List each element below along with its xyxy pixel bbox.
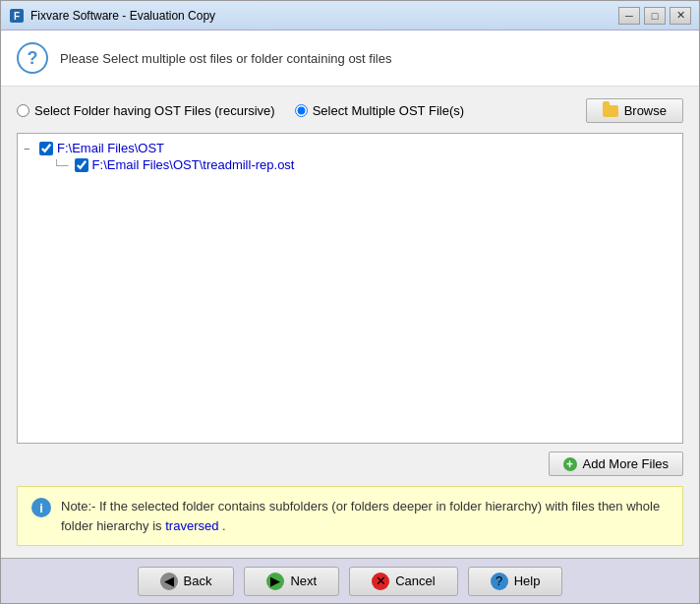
maximize-button[interactable]: □ [644, 7, 666, 25]
tree-expander-icon[interactable]: − [24, 143, 35, 154]
footer: ◀ Back ▶ Next ✕ Cancel ? Help [1, 558, 699, 603]
add-more-label: Add More Files [583, 456, 669, 471]
tree-root-path[interactable]: F:\Email Files\OST [57, 141, 164, 155]
tree-connector-icon: └─ [53, 159, 69, 171]
browse-button[interactable]: Browse [586, 98, 683, 123]
title-bar: F Fixvare Software - Evaluation Copy ─ □… [1, 1, 699, 30]
folder-icon [603, 105, 618, 117]
add-more-files-button[interactable]: + Add More Files [549, 452, 683, 476]
radio-files-option[interactable]: Select Multiple OST File(s) [295, 103, 464, 118]
back-label: Back [184, 574, 212, 588]
svg-text:F: F [14, 11, 20, 22]
main-window: F Fixvare Software - Evaluation Copy ─ □… [0, 0, 700, 604]
tree-child-checkbox[interactable] [75, 158, 88, 172]
next-icon: ▶ [266, 573, 284, 590]
header-message: Please Select multiple ost files or fold… [60, 51, 391, 66]
help-button[interactable]: ? Help [468, 567, 563, 596]
radio-folder-input[interactable] [17, 104, 29, 117]
add-icon: + [563, 457, 577, 471]
browse-label: Browse [624, 103, 667, 118]
tree-child-path[interactable]: F:\Email Files\OST\treadmill-rep.ost [92, 157, 295, 172]
radio-files-input[interactable] [295, 104, 308, 117]
note-area: i Note:- If the selected folder contains… [17, 486, 683, 546]
cancel-icon: ✕ [372, 573, 389, 590]
radio-folder-option[interactable]: Select Folder having OST Files (recursiv… [17, 103, 275, 118]
close-button[interactable]: ✕ [670, 7, 691, 25]
title-bar-controls: ─ □ ✕ [618, 7, 691, 25]
title-bar-text: Fixvare Software - Evaluation Copy [30, 9, 618, 23]
back-icon: ◀ [160, 573, 178, 590]
cancel-label: Cancel [395, 574, 435, 588]
app-icon: F [9, 8, 25, 24]
minimize-button[interactable]: ─ [618, 7, 640, 25]
note-highlight: traversed [165, 518, 218, 533]
tree-root-checkbox[interactable] [39, 142, 53, 155]
help-icon: ? [491, 573, 508, 590]
header-area: ? Please Select multiple ost files or fo… [1, 30, 699, 87]
note-info-icon: i [31, 498, 51, 517]
next-label: Next [290, 574, 317, 588]
file-tree-container[interactable]: − F:\Email Files\OST └─ F:\Email Files\O… [17, 133, 683, 444]
main-content: Select Folder having OST Files (recursiv… [1, 87, 699, 558]
note-text-after: . [222, 518, 226, 533]
help-label: Help [514, 574, 541, 588]
tree-child-node: └─ F:\Email Files\OST\treadmill-rep.ost [53, 156, 676, 173]
radio-folder-label: Select Folder having OST Files (recursiv… [34, 103, 275, 118]
note-text-before: Note:- If the selected folder contains s… [61, 499, 660, 533]
back-button[interactable]: ◀ Back [138, 567, 235, 596]
note-text: Note:- If the selected folder contains s… [61, 497, 669, 535]
add-more-row: + Add More Files [17, 452, 683, 476]
tree-root-node: − F:\Email Files\OST [24, 140, 676, 156]
cancel-button[interactable]: ✕ Cancel [349, 567, 457, 596]
radio-files-label: Select Multiple OST File(s) [313, 103, 464, 118]
next-button[interactable]: ▶ Next [244, 567, 339, 596]
radio-row: Select Folder having OST Files (recursiv… [17, 98, 683, 123]
header-info-icon: ? [17, 42, 48, 74]
